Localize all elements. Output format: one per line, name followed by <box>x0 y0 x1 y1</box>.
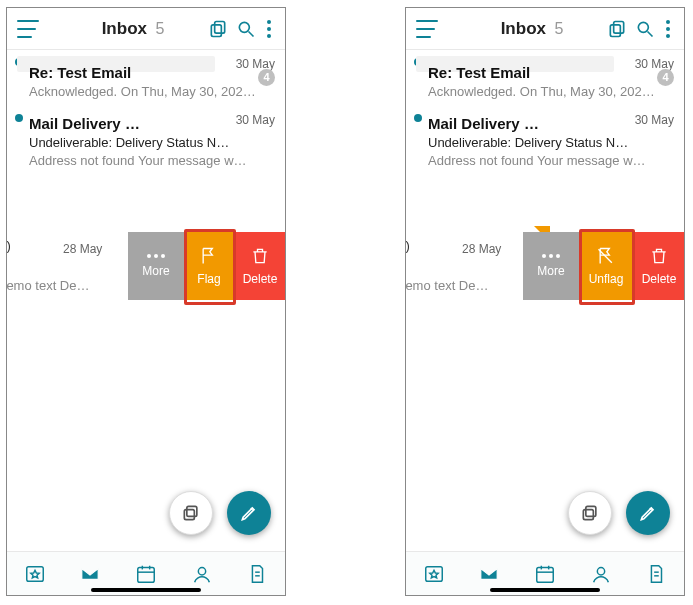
overflow-menu-icon[interactable] <box>263 18 275 40</box>
delete-button[interactable]: Delete <box>234 232 285 300</box>
unread-dot-icon <box>15 114 23 122</box>
app-header: Inbox 5 <box>406 8 684 50</box>
nav-favorites[interactable] <box>7 552 63 595</box>
inbox-title: Inbox <box>102 19 147 38</box>
nav-files[interactable] <box>628 552 684 595</box>
unflag-button[interactable]: Unflag <box>579 232 633 300</box>
svg-rect-14 <box>614 21 624 33</box>
phone-unflag-variant: Inbox 5 30 May Re: Test Email 4 Acknowle… <box>405 7 685 596</box>
delete-label: Delete <box>642 272 677 286</box>
svg-point-11 <box>198 567 205 574</box>
compose-fab[interactable] <box>227 491 271 535</box>
menu-icon[interactable] <box>416 20 438 38</box>
email-list: 30 May Re: Test Email 4 Acknowledged. On… <box>7 50 285 551</box>
copy-icon[interactable] <box>606 18 628 40</box>
phone-flag-variant: Inbox 5 30 May Re: Test Email 4 Acknowle… <box>6 7 286 596</box>
list-item[interactable]: Re: Test Email 4 Acknowledged. On Thu, M… <box>7 63 285 106</box>
svg-rect-5 <box>184 510 194 520</box>
email-snippet: Acknowledged. On Thu, May 30, 202… <box>29 83 275 101</box>
email-subject: Re: Test Email <box>428 63 674 83</box>
gesture-bar <box>490 588 600 592</box>
menu-icon[interactable] <box>17 20 39 38</box>
thread-count-badge: 4 <box>258 69 275 86</box>
trash-icon <box>250 246 270 266</box>
unread-dot-icon <box>414 114 422 122</box>
email-date: 28 May <box>63 242 102 256</box>
mail-icon <box>79 563 101 585</box>
svg-rect-7 <box>138 567 155 582</box>
svg-rect-19 <box>586 506 596 516</box>
nav-favorites[interactable] <box>406 552 462 595</box>
delete-label: Delete <box>243 272 278 286</box>
copy-icon[interactable] <box>207 18 229 40</box>
svg-point-26 <box>597 567 604 574</box>
email-subject: Re: Test Email <box>29 63 275 83</box>
email-date: 28 May <box>462 242 501 256</box>
inbox-count: 5 <box>155 20 164 37</box>
stack-icon <box>580 503 600 523</box>
fab-group <box>169 491 271 535</box>
calendar-icon <box>135 563 157 585</box>
pencil-icon <box>638 503 658 523</box>
app-header: Inbox 5 <box>7 8 285 50</box>
mail-icon <box>478 563 500 585</box>
nav-files[interactable] <box>229 552 285 595</box>
search-icon[interactable] <box>634 18 656 40</box>
stack-icon <box>181 503 201 523</box>
email-snippet: Address not found Your message w… <box>428 152 674 170</box>
svg-rect-1 <box>211 24 221 36</box>
email-id-fragment: C) <box>406 238 410 253</box>
list-item[interactable]: Mail Delivery Subsy… 30 May Undeliverabl… <box>7 106 285 174</box>
gesture-bar <box>91 588 201 592</box>
more-button[interactable]: More <box>128 232 184 300</box>
compose-fab[interactable] <box>626 491 670 535</box>
document-icon <box>246 563 268 585</box>
title-wrap: Inbox 5 <box>45 19 201 39</box>
svg-point-2 <box>239 22 249 32</box>
more-label: More <box>142 264 169 278</box>
email-date: 30 May <box>236 112 275 128</box>
overflow-menu-icon[interactable] <box>662 18 674 40</box>
svg-rect-0 <box>215 21 225 33</box>
swiped-list-item: C) 28 May Demo text De… More Unflag Dele… <box>406 232 684 300</box>
star-box-icon <box>423 563 445 585</box>
flag-icon <box>199 246 219 266</box>
delete-button[interactable]: Delete <box>633 232 684 300</box>
svg-line-3 <box>249 31 254 36</box>
unflag-icon <box>596 246 616 266</box>
unflag-label: Unflag <box>589 272 624 286</box>
stack-fab[interactable] <box>169 491 213 535</box>
svg-line-17 <box>648 31 653 36</box>
flag-label: Flag <box>197 272 220 286</box>
thread-count-badge: 4 <box>657 69 674 86</box>
email-subject: Mail Delivery Subsy… <box>428 114 608 134</box>
email-snippet: Undeliverable: Delivery Status N… <box>428 134 674 152</box>
swipe-actions: More Flag Delete <box>128 232 285 300</box>
trash-icon <box>649 246 669 266</box>
svg-point-16 <box>638 22 648 32</box>
person-icon <box>590 563 612 585</box>
email-snippet: Acknowledged. On Thu, May 30, 202… <box>428 83 674 101</box>
list-item[interactable]: Re: Test Email 4 Acknowledged. On Thu, M… <box>406 63 684 106</box>
list-item[interactable]: Mail Delivery Subsy… 30 May Undeliverabl… <box>406 106 684 174</box>
more-icon <box>542 254 560 258</box>
inbox-count: 5 <box>554 20 563 37</box>
search-icon[interactable] <box>235 18 257 40</box>
list-item[interactable]: 30 May <box>7 50 285 63</box>
email-snippet: Address not found Your message w… <box>29 152 275 170</box>
svg-rect-22 <box>537 567 554 582</box>
stack-fab[interactable] <box>568 491 612 535</box>
email-list: 30 May Re: Test Email 4 Acknowledged. On… <box>406 50 684 551</box>
flag-button[interactable]: Flag <box>184 232 234 300</box>
email-snippet: Undeliverable: Delivery Status N… <box>29 134 275 152</box>
swipe-actions: More Unflag Delete <box>523 232 684 300</box>
more-button[interactable]: More <box>523 232 579 300</box>
title-wrap: Inbox 5 <box>444 19 600 39</box>
person-icon <box>191 563 213 585</box>
list-item[interactable]: 30 May <box>406 50 684 63</box>
email-subject: Mail Delivery Subsy… <box>29 114 209 134</box>
svg-rect-20 <box>583 510 593 520</box>
calendar-icon <box>534 563 556 585</box>
email-date: 30 May <box>635 112 674 128</box>
svg-rect-15 <box>610 24 620 36</box>
